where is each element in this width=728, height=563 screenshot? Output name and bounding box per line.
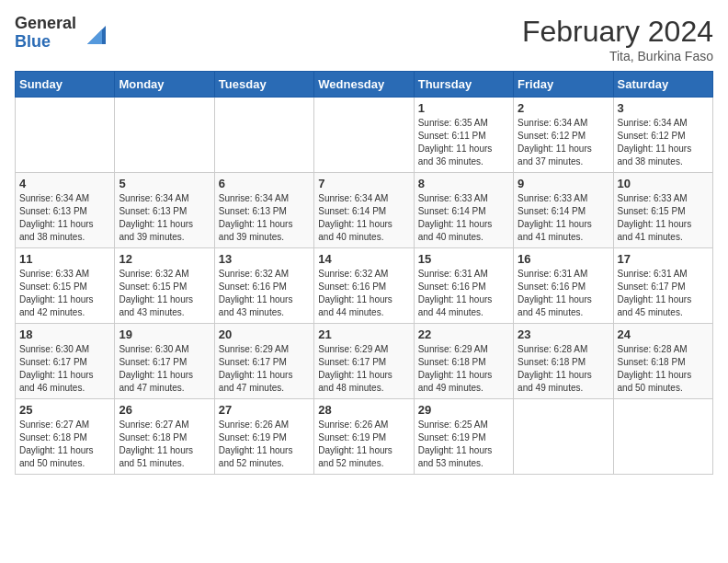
calendar-cell: 19Sunrise: 6:30 AM Sunset: 6:17 PM Dayli… <box>115 324 214 399</box>
calendar-cell: 29Sunrise: 6:25 AM Sunset: 6:19 PM Dayli… <box>414 399 513 475</box>
calendar-cell: 21Sunrise: 6:29 AM Sunset: 6:17 PM Dayli… <box>314 324 414 399</box>
calendar-cell: 28Sunrise: 6:26 AM Sunset: 6:19 PM Dayli… <box>314 399 414 475</box>
logo-icon <box>80 18 109 48</box>
svg-marker-1 <box>87 29 102 44</box>
calendar-cell: 11Sunrise: 6:33 AM Sunset: 6:15 PM Dayli… <box>16 248 115 324</box>
calendar-cell <box>115 98 214 173</box>
day-info: Sunrise: 6:34 AM Sunset: 6:13 PM Dayligh… <box>219 192 310 244</box>
day-number: 27 <box>219 403 310 417</box>
calendar-cell: 22Sunrise: 6:29 AM Sunset: 6:18 PM Dayli… <box>414 324 513 399</box>
day-number: 4 <box>19 177 110 190</box>
logo-blue: Blue <box>15 33 76 52</box>
day-info: Sunrise: 6:32 AM Sunset: 6:16 PM Dayligh… <box>219 268 310 319</box>
day-info: Sunrise: 6:31 AM Sunset: 6:16 PM Dayligh… <box>518 268 609 319</box>
day-number: 10 <box>618 177 709 190</box>
day-number: 9 <box>518 177 609 190</box>
day-number: 7 <box>318 177 409 190</box>
weekday-header-row: SundayMondayTuesdayWednesdayThursdayFrid… <box>16 72 713 98</box>
calendar-cell <box>314 98 414 173</box>
day-info: Sunrise: 6:33 AM Sunset: 6:14 PM Dayligh… <box>518 192 609 244</box>
calendar-cell: 9Sunrise: 6:33 AM Sunset: 6:14 PM Daylig… <box>514 173 613 248</box>
calendar-cell: 3Sunrise: 6:34 AM Sunset: 6:12 PM Daylig… <box>613 98 712 173</box>
month-title: February 2024 <box>522 15 713 49</box>
day-info: Sunrise: 6:27 AM Sunset: 6:18 PM Dayligh… <box>119 419 210 470</box>
day-info: Sunrise: 6:32 AM Sunset: 6:16 PM Dayligh… <box>318 268 409 319</box>
calendar-cell: 6Sunrise: 6:34 AM Sunset: 6:13 PM Daylig… <box>214 173 313 248</box>
day-number: 22 <box>418 327 509 341</box>
day-info: Sunrise: 6:35 AM Sunset: 6:11 PM Dayligh… <box>418 117 509 168</box>
calendar-cell: 18Sunrise: 6:30 AM Sunset: 6:17 PM Dayli… <box>16 324 115 399</box>
day-number: 18 <box>19 327 110 341</box>
logo-general: General <box>15 15 76 33</box>
weekday-header-cell: Monday <box>115 72 214 98</box>
day-info: Sunrise: 6:31 AM Sunset: 6:16 PM Dayligh… <box>418 268 509 319</box>
day-info: Sunrise: 6:32 AM Sunset: 6:15 PM Dayligh… <box>119 268 210 319</box>
day-info: Sunrise: 6:29 AM Sunset: 6:17 PM Dayligh… <box>219 343 310 395</box>
calendar-cell <box>613 399 712 475</box>
day-info: Sunrise: 6:34 AM Sunset: 6:12 PM Dayligh… <box>518 117 609 168</box>
calendar-cell: 15Sunrise: 6:31 AM Sunset: 6:16 PM Dayli… <box>414 248 513 324</box>
day-info: Sunrise: 6:31 AM Sunset: 6:17 PM Dayligh… <box>618 268 709 319</box>
day-info: Sunrise: 6:34 AM Sunset: 6:13 PM Dayligh… <box>119 192 210 244</box>
day-info: Sunrise: 6:34 AM Sunset: 6:13 PM Dayligh… <box>19 192 110 244</box>
day-info: Sunrise: 6:28 AM Sunset: 6:18 PM Dayligh… <box>518 343 609 395</box>
weekday-header-cell: Thursday <box>414 72 513 98</box>
day-info: Sunrise: 6:26 AM Sunset: 6:19 PM Dayligh… <box>318 419 409 470</box>
day-info: Sunrise: 6:30 AM Sunset: 6:17 PM Dayligh… <box>119 343 210 395</box>
day-number: 5 <box>119 177 210 190</box>
day-number: 19 <box>119 327 210 341</box>
day-info: Sunrise: 6:30 AM Sunset: 6:17 PM Dayligh… <box>19 343 110 395</box>
calendar-week-row: 4Sunrise: 6:34 AM Sunset: 6:13 PM Daylig… <box>16 173 713 248</box>
day-number: 17 <box>618 252 709 266</box>
calendar-cell: 10Sunrise: 6:33 AM Sunset: 6:15 PM Dayli… <box>613 173 712 248</box>
calendar-cell: 8Sunrise: 6:33 AM Sunset: 6:14 PM Daylig… <box>414 173 513 248</box>
day-info: Sunrise: 6:25 AM Sunset: 6:19 PM Dayligh… <box>418 419 509 470</box>
day-number: 26 <box>119 403 210 417</box>
day-number: 29 <box>418 403 509 417</box>
calendar-cell: 17Sunrise: 6:31 AM Sunset: 6:17 PM Dayli… <box>613 248 712 324</box>
day-number: 28 <box>318 403 409 417</box>
day-number: 24 <box>618 327 709 341</box>
day-number: 11 <box>19 252 110 266</box>
calendar-week-row: 1Sunrise: 6:35 AM Sunset: 6:11 PM Daylig… <box>16 98 713 173</box>
day-info: Sunrise: 6:29 AM Sunset: 6:18 PM Dayligh… <box>418 343 509 395</box>
calendar-cell: 26Sunrise: 6:27 AM Sunset: 6:18 PM Dayli… <box>115 399 214 475</box>
calendar-week-row: 25Sunrise: 6:27 AM Sunset: 6:18 PM Dayli… <box>16 399 713 475</box>
day-number: 1 <box>418 101 509 115</box>
day-info: Sunrise: 6:33 AM Sunset: 6:15 PM Dayligh… <box>618 192 709 244</box>
day-number: 2 <box>518 101 609 115</box>
calendar-cell: 27Sunrise: 6:26 AM Sunset: 6:19 PM Dayli… <box>214 399 313 475</box>
calendar-cell: 12Sunrise: 6:32 AM Sunset: 6:15 PM Dayli… <box>115 248 214 324</box>
page-header: General Blue February 2024 Tita, Burkina… <box>15 15 713 63</box>
weekday-header-cell: Wednesday <box>314 72 414 98</box>
day-number: 16 <box>518 252 609 266</box>
day-info: Sunrise: 6:26 AM Sunset: 6:19 PM Dayligh… <box>219 419 310 470</box>
calendar-cell: 20Sunrise: 6:29 AM Sunset: 6:17 PM Dayli… <box>214 324 313 399</box>
calendar-cell: 14Sunrise: 6:32 AM Sunset: 6:16 PM Dayli… <box>314 248 414 324</box>
day-info: Sunrise: 6:34 AM Sunset: 6:12 PM Dayligh… <box>618 117 709 168</box>
day-number: 6 <box>219 177 310 190</box>
calendar-cell: 7Sunrise: 6:34 AM Sunset: 6:14 PM Daylig… <box>314 173 414 248</box>
title-area: February 2024 Tita, Burkina Faso <box>522 15 713 63</box>
day-number: 14 <box>318 252 409 266</box>
day-number: 8 <box>418 177 509 190</box>
day-info: Sunrise: 6:33 AM Sunset: 6:14 PM Dayligh… <box>418 192 509 244</box>
calendar-cell: 2Sunrise: 6:34 AM Sunset: 6:12 PM Daylig… <box>514 98 613 173</box>
calendar-cell: 16Sunrise: 6:31 AM Sunset: 6:16 PM Dayli… <box>514 248 613 324</box>
location-title: Tita, Burkina Faso <box>522 49 713 63</box>
weekday-header-cell: Saturday <box>613 72 712 98</box>
day-number: 23 <box>518 327 609 341</box>
calendar-cell: 25Sunrise: 6:27 AM Sunset: 6:18 PM Dayli… <box>16 399 115 475</box>
day-number: 25 <box>19 403 110 417</box>
day-number: 12 <box>119 252 210 266</box>
calendar-cell <box>214 98 313 173</box>
weekday-header-cell: Tuesday <box>214 72 313 98</box>
day-number: 15 <box>418 252 509 266</box>
calendar-cell: 4Sunrise: 6:34 AM Sunset: 6:13 PM Daylig… <box>16 173 115 248</box>
day-info: Sunrise: 6:28 AM Sunset: 6:18 PM Dayligh… <box>618 343 709 395</box>
calendar-cell <box>16 98 115 173</box>
calendar-body: 1Sunrise: 6:35 AM Sunset: 6:11 PM Daylig… <box>16 98 713 475</box>
day-info: Sunrise: 6:27 AM Sunset: 6:18 PM Dayligh… <box>19 419 110 470</box>
day-number: 20 <box>219 327 310 341</box>
calendar-cell: 13Sunrise: 6:32 AM Sunset: 6:16 PM Dayli… <box>214 248 313 324</box>
